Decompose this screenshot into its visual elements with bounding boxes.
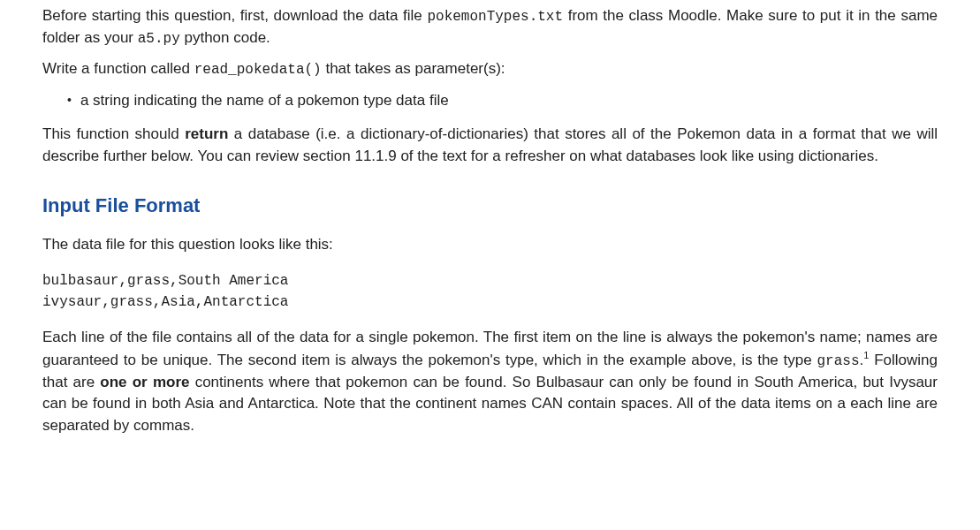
section-heading-input-format: Input File Format <box>42 192 938 220</box>
code-line: ivysaur,grass,Asia,Antarctica <box>42 292 938 313</box>
code-line: bulbasaur,grass,South America <box>42 270 938 292</box>
emphasis-one-or-more: one or more <box>100 374 189 390</box>
example-data-block: bulbasaur,grass,South America ivysaur,gr… <box>42 270 938 313</box>
code-filename-a5: a5.py <box>138 31 180 47</box>
section-explanation: Each line of the file contains all of th… <box>42 327 938 436</box>
parameter-list: a string indicating the name of a pokemo… <box>42 90 938 112</box>
text: python code. <box>180 29 270 46</box>
code-filename-pokemon: pokemonTypes.txt <box>427 9 563 25</box>
intro-paragraph-1: Before starting this question, first, do… <box>42 5 938 49</box>
section-intro: The data file for this question looks li… <box>42 234 938 256</box>
code-type-grass: grass <box>817 352 860 368</box>
bullet-text: a string indicating the name of a pokemo… <box>80 92 449 109</box>
intro-paragraph-2: Write a function called read_pokedata() … <box>42 58 938 80</box>
text: that takes as parameter(s): <box>322 60 505 77</box>
text: Each line of the file contains all of th… <box>42 329 938 367</box>
text: Write a function called <box>42 60 194 77</box>
parameter-item: a string indicating the name of a pokemo… <box>67 90 938 112</box>
emphasis-return: return <box>185 125 228 142</box>
text: Before starting this question, first, do… <box>42 7 427 24</box>
intro-paragraph-3: This function should return a database (… <box>42 124 938 167</box>
text: This function should <box>42 125 185 142</box>
code-function-name: read_pokedata() <box>194 62 322 78</box>
